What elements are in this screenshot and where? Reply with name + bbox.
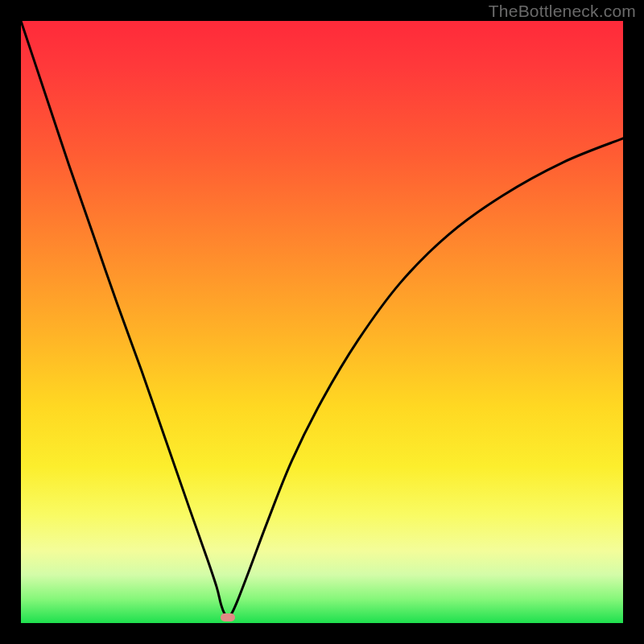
bottleneck-curve xyxy=(21,21,623,623)
bottleneck-minimum-marker xyxy=(221,613,235,621)
chart-frame xyxy=(21,21,623,623)
watermark-text: TheBottleneck.com xyxy=(489,2,636,21)
